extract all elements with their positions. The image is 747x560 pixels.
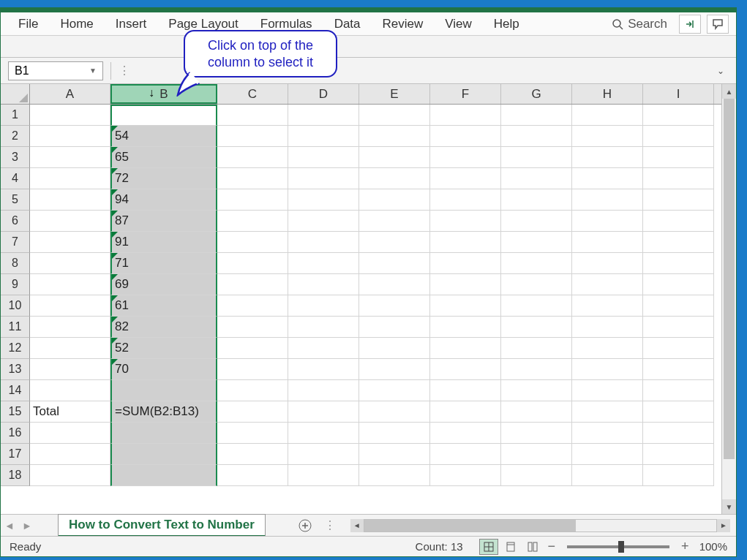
cell[interactable] (217, 189, 288, 211)
cell[interactable] (643, 465, 714, 486)
cell[interactable] (430, 105, 501, 126)
cell[interactable] (572, 253, 643, 274)
cell[interactable] (217, 274, 288, 295)
cell[interactable] (572, 189, 643, 211)
cell[interactable] (430, 359, 501, 380)
cell[interactable] (30, 189, 110, 211)
cell[interactable] (288, 105, 359, 126)
col-header-D[interactable]: D (288, 84, 359, 104)
cell[interactable] (217, 168, 288, 189)
row-header[interactable]: 6 (1, 211, 30, 232)
cell[interactable] (288, 465, 359, 486)
cell[interactable] (501, 211, 572, 232)
cell[interactable] (30, 359, 110, 380)
cell[interactable] (430, 317, 501, 338)
zoom-in-button[interactable]: + (677, 539, 694, 554)
cell[interactable] (288, 317, 359, 338)
cell[interactable] (110, 465, 217, 486)
cell[interactable] (430, 295, 501, 317)
row-header[interactable]: 5 (1, 189, 30, 211)
cell[interactable] (359, 338, 430, 359)
add-sheet-button[interactable] (295, 517, 315, 534)
cell[interactable] (288, 380, 359, 401)
cell[interactable] (359, 211, 430, 232)
cell[interactable] (30, 295, 110, 317)
cell[interactable] (501, 338, 572, 359)
cell[interactable] (30, 105, 110, 126)
cell[interactable] (643, 317, 714, 338)
cell[interactable]: 69 (110, 274, 217, 295)
cell[interactable] (217, 253, 288, 274)
zoom-slider[interactable] (567, 545, 669, 548)
cell[interactable] (430, 168, 501, 189)
cell[interactable] (288, 295, 359, 317)
cell[interactable] (643, 232, 714, 253)
col-header-G[interactable]: G (501, 84, 572, 104)
cell[interactable] (643, 359, 714, 380)
cell[interactable] (430, 338, 501, 359)
cell[interactable] (501, 105, 572, 126)
col-header-I[interactable]: I (643, 84, 714, 104)
row-header[interactable]: 12 (1, 338, 30, 359)
cell[interactable] (430, 211, 501, 232)
name-box[interactable]: B1 ▼ (8, 61, 103, 80)
share-button[interactable] (679, 15, 701, 34)
cell[interactable] (643, 147, 714, 168)
cell[interactable] (30, 126, 110, 147)
cell[interactable] (430, 253, 501, 274)
cell[interactable] (501, 465, 572, 486)
cell[interactable] (110, 105, 217, 126)
cell[interactable] (110, 444, 217, 465)
row-header[interactable]: 18 (1, 465, 30, 486)
cell[interactable] (572, 380, 643, 401)
cell[interactable] (288, 211, 359, 232)
row-header[interactable]: 17 (1, 444, 30, 465)
cell[interactable]: 72 (110, 168, 217, 189)
cell[interactable] (501, 253, 572, 274)
cell[interactable] (572, 338, 643, 359)
cell[interactable] (359, 317, 430, 338)
row-header[interactable]: 9 (1, 274, 30, 295)
cell[interactable] (430, 232, 501, 253)
vertical-scrollbar[interactable]: ▲ ▼ (721, 84, 736, 514)
cell[interactable] (643, 401, 714, 423)
cell[interactable] (110, 380, 217, 401)
zoom-slider-thumb[interactable] (618, 541, 624, 553)
cell[interactable] (643, 274, 714, 295)
cell[interactable]: Total (30, 401, 110, 423)
cell[interactable]: 87 (110, 211, 217, 232)
cell[interactable] (217, 444, 288, 465)
hscroll-left-button[interactable]: ◄ (350, 519, 364, 532)
cell[interactable] (501, 380, 572, 401)
cell[interactable] (359, 401, 430, 423)
cell[interactable] (501, 359, 572, 380)
cell[interactable] (643, 126, 714, 147)
cell[interactable] (288, 232, 359, 253)
cell[interactable] (572, 359, 643, 380)
row-header[interactable]: 3 (1, 147, 30, 168)
cell[interactable] (359, 253, 430, 274)
cell[interactable] (217, 295, 288, 317)
cell[interactable] (217, 401, 288, 423)
cell[interactable] (501, 168, 572, 189)
cell[interactable] (501, 317, 572, 338)
cell[interactable] (359, 380, 430, 401)
cell[interactable] (217, 423, 288, 444)
cell[interactable]: 54 (110, 126, 217, 147)
cell[interactable] (217, 338, 288, 359)
cell[interactable] (359, 105, 430, 126)
cell[interactable] (572, 168, 643, 189)
select-all-corner[interactable] (1, 84, 30, 104)
cell[interactable] (30, 380, 110, 401)
tab-prev-button[interactable]: ◄ (1, 517, 18, 534)
cell[interactable] (217, 105, 288, 126)
row-header[interactable]: 2 (1, 126, 30, 147)
cell[interactable] (643, 444, 714, 465)
cell[interactable]: 94 (110, 189, 217, 211)
cell[interactable] (359, 359, 430, 380)
scroll-track[interactable] (722, 99, 736, 499)
cell[interactable]: 91 (110, 232, 217, 253)
tab-next-button[interactable]: ► (18, 517, 36, 534)
menu-insert[interactable]: Insert (105, 14, 157, 34)
scroll-thumb[interactable] (724, 99, 735, 459)
